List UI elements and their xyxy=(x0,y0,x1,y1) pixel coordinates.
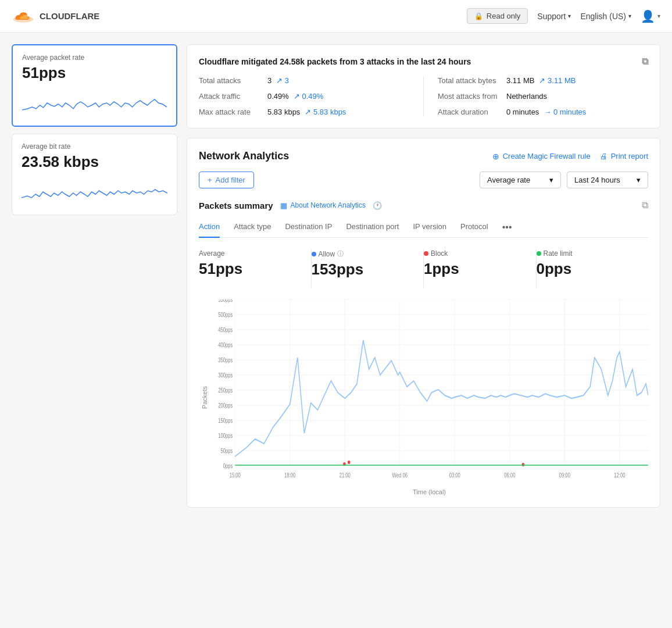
attack-summary-title: Cloudflare mitigated 24.58k packets from… xyxy=(199,57,471,66)
max-attack-label: Max attack rate xyxy=(199,108,263,116)
attack-duration-label: Attack duration xyxy=(438,108,502,116)
print-report-button[interactable]: 🖨 Print report xyxy=(600,152,648,160)
svg-text:500pps: 500pps xyxy=(218,312,233,318)
create-rule-label: Create Magic Firewall rule xyxy=(503,152,591,160)
add-filter-button[interactable]: + Add filter xyxy=(199,172,254,188)
left-panels: Average packet rate 51pps Average bit ra… xyxy=(12,44,177,508)
attack-duration-value: 0 minutes xyxy=(506,108,539,116)
packets-copy-icon[interactable]: ⧉ xyxy=(642,200,648,210)
total-bytes-link[interactable]: ↗ 3.11 MB xyxy=(539,76,576,85)
allow-dot xyxy=(312,252,316,256)
svg-text:21:00: 21:00 xyxy=(339,472,351,479)
allow-stat: Allow ⓘ 153pps xyxy=(312,249,424,288)
add-filter-label: Add filter xyxy=(216,176,245,184)
packets-stats-row: Average 51pps Allow ⓘ 153pps xyxy=(199,249,648,288)
packets-tabs: Action Attack type Destination IP Destin… xyxy=(199,217,648,238)
svg-text:450pps: 450pps xyxy=(218,327,233,333)
about-label: About Network Analytics xyxy=(291,201,366,209)
packet-rate-value: 51pps xyxy=(22,64,167,82)
average-value: 51pps xyxy=(199,260,299,278)
tab-destination-port[interactable]: Destination port xyxy=(346,217,399,238)
total-attacks-link[interactable]: ↗ 3 xyxy=(276,76,289,85)
read-only-button[interactable]: 🔒 Read only xyxy=(467,8,528,24)
block-dot xyxy=(424,251,428,256)
tab-ip-version[interactable]: IP version xyxy=(413,217,446,238)
total-bytes-row: Total attack bytes 3.11 MB ↗ 3.11 MB xyxy=(438,76,648,85)
print-icon: 🖨 xyxy=(600,152,607,160)
attack-duration-link[interactable]: → 0 minutes xyxy=(544,108,586,116)
allow-info-icon[interactable]: ⓘ xyxy=(337,249,344,258)
language-nav[interactable]: English (US) ▾ xyxy=(580,12,631,21)
plus-circle-icon: ⊕ xyxy=(492,152,499,161)
packets-summary-header: Packets summary ▦ About Network Analytic… xyxy=(199,200,648,210)
most-attacks-row: Most attacks from Netherlands xyxy=(438,92,648,101)
bit-rate-label: Average bit rate xyxy=(22,142,167,151)
analytics-actions: ⊕ Create Magic Firewall rule 🖨 Print rep… xyxy=(492,152,648,161)
rate-limit-value: 0pps xyxy=(537,260,637,278)
attack-left-col: Total attacks 3 ↗ 3 Attack traffic 0.49%… xyxy=(199,76,424,116)
y-axis-title-container: Packets xyxy=(199,299,210,495)
max-attack-value: 5.83 kbps xyxy=(267,108,300,116)
right-content: Cloudflare mitigated 24.58k packets from… xyxy=(187,44,660,508)
max-attack-row: Max attack rate 5.83 kbps ↗ 5.83 kbps xyxy=(199,108,409,116)
max-attack-link[interactable]: ↗ 5.83 kbps xyxy=(305,108,346,116)
total-attacks-row: Total attacks 3 ↗ 3 xyxy=(199,76,409,85)
copy-icon[interactable]: ⧉ xyxy=(642,56,648,67)
filter-controls: Average rate ▾ Last 24 hours ▾ xyxy=(480,172,648,188)
tab-attack-type[interactable]: Attack type xyxy=(234,217,271,238)
svg-text:300pps: 300pps xyxy=(218,372,233,379)
y-axis-title: Packets xyxy=(201,386,208,409)
rate-chevron-icon: ▾ xyxy=(549,176,553,184)
print-report-label: Print report xyxy=(611,152,648,160)
time-selector[interactable]: Last 24 hours ▾ xyxy=(567,172,648,188)
main-content: Average packet rate 51pps Average bit ra… xyxy=(0,33,672,519)
average-stat: Average 51pps xyxy=(199,249,312,288)
attack-traffic-row: Attack traffic 0.49% ↗ 0.49% xyxy=(199,92,409,101)
about-network-analytics-link[interactable]: ▦ About Network Analytics xyxy=(280,201,366,210)
analytics-title: Network Analytics xyxy=(199,150,289,162)
tab-action[interactable]: Action xyxy=(199,217,220,238)
grid-icon: ▦ xyxy=(280,201,287,210)
attack-duration-row: Attack duration 0 minutes → 0 minutes xyxy=(438,108,648,116)
svg-text:550pps: 550pps xyxy=(218,299,233,303)
packet-rate-card: Average packet rate 51pps xyxy=(12,44,177,127)
bit-rate-value: 23.58 kbps xyxy=(22,153,167,171)
attack-traffic-link[interactable]: ↗ 0.49% xyxy=(294,92,323,101)
main-chart-svg: 550pps 500pps 450pps 400pps 350pps 300pp… xyxy=(210,299,648,486)
block-label: Block xyxy=(424,249,524,258)
header: CLOUDFLARE 🔒 Read only Support ▾ English… xyxy=(0,0,672,33)
tabs-more-icon[interactable]: ••• xyxy=(502,217,512,237)
tab-protocol[interactable]: Protocol xyxy=(460,217,488,238)
svg-point-35 xyxy=(348,461,351,464)
language-label: English (US) xyxy=(580,12,626,21)
tab-destination-ip[interactable]: Destination IP xyxy=(285,217,332,238)
lock-icon: 🔒 xyxy=(474,12,483,20)
block-value: 1pps xyxy=(424,260,524,278)
packets-summary: Packets summary ▦ About Network Analytic… xyxy=(199,200,648,495)
rate-limit-stat: Rate limit 0pps xyxy=(537,249,649,288)
filter-bar: + Add filter Average rate ▾ Last 24 hour… xyxy=(199,172,648,188)
attack-summary-header: Cloudflare mitigated 24.58k packets from… xyxy=(199,56,648,67)
rate-selector[interactable]: Average rate ▾ xyxy=(480,172,561,188)
plus-icon: + xyxy=(208,176,212,184)
header-right: 🔒 Read only Support ▾ English (US) ▾ 👤 ▾ xyxy=(467,8,660,24)
most-attacks-value: Netherlands xyxy=(506,92,547,101)
packet-rate-label: Average packet rate xyxy=(22,53,167,62)
user-menu[interactable]: 👤 ▾ xyxy=(641,9,660,23)
total-bytes-label: Total attack bytes xyxy=(438,76,502,85)
svg-point-36 xyxy=(522,463,525,466)
time-chevron-icon: ▾ xyxy=(637,176,641,184)
logo-area: CLOUDFLARE xyxy=(12,8,99,24)
svg-text:200pps: 200pps xyxy=(218,402,233,409)
attack-right-col: Total attack bytes 3.11 MB ↗ 3.11 MB Mos… xyxy=(438,76,648,116)
time-selector-value: Last 24 hours xyxy=(574,176,620,184)
svg-text:03:00: 03:00 xyxy=(449,472,460,479)
create-rule-button[interactable]: ⊕ Create Magic Firewall rule xyxy=(492,152,591,161)
svg-text:100pps: 100pps xyxy=(218,433,233,439)
allow-value: 153pps xyxy=(312,261,412,279)
support-nav[interactable]: Support ▾ xyxy=(537,12,571,21)
attack-traffic-label: Attack traffic xyxy=(199,92,263,101)
language-chevron-icon: ▾ xyxy=(628,13,631,19)
rate-limit-label: Rate limit xyxy=(537,249,637,258)
bit-rate-card: Average bit rate 23.58 kbps xyxy=(12,134,177,215)
